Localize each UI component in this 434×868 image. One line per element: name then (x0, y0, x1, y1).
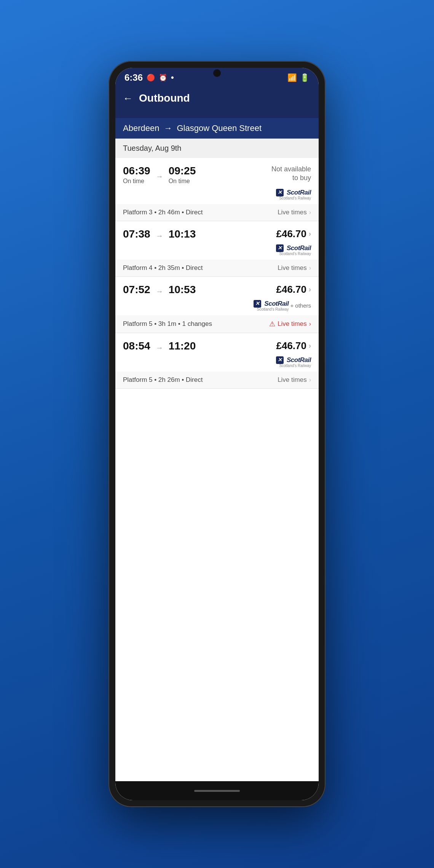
journey-arrow-1: → (156, 172, 163, 181)
scotrail-logo-svg-3: ✕ (253, 300, 263, 308)
svg-text:✕: ✕ (278, 189, 282, 195)
scotrail-badge-3: ✕ ScotRail Scotland's Railway (253, 300, 289, 311)
journey-arrow-3: → (156, 287, 163, 296)
journey-card[interactable]: 06:39 On time → 09:25 On time Not availa… (115, 158, 319, 221)
warning-triangle-icon: ⚠ (269, 320, 275, 328)
svg-text:✕: ✕ (255, 300, 260, 306)
scotrail-brand-4: ✕ ScotRail (276, 356, 311, 364)
price-chevron-2: › (309, 230, 311, 238)
scotrail-logo-svg-4: ✕ (276, 356, 286, 364)
others-label-3: + others (290, 302, 311, 309)
status-icon-1: 🔴 (147, 73, 155, 82)
journey-info-3: Platform 5 • 3h 1m • 1 changes (123, 320, 212, 328)
route-bar: Aberdeen → Glasgow Queen Street (115, 118, 319, 139)
depart-block-4: 08:54 (123, 340, 150, 352)
arrive-block-1: 09:25 On time (169, 165, 196, 185)
status-left: 6:36 🔴 ⏰ • (124, 72, 174, 83)
scotrail-badge-2: ✕ ScotRail Scotland's Railway (276, 244, 311, 256)
page-title: Outbound (139, 92, 190, 104)
journey-footer-2[interactable]: Platform 4 • 2h 35m • Direct Live times … (115, 260, 319, 276)
journey-arrow-4: → (156, 343, 163, 352)
scotrail-logo-svg-2: ✕ (276, 244, 286, 252)
journey-footer-3[interactable]: Platform 5 • 3h 1m • 1 changes ⚠ Live ti… (115, 315, 319, 333)
journey-list: 06:39 On time → 09:25 On time Not availa… (115, 158, 319, 781)
scotrail-name-4: ScotRail (287, 356, 311, 364)
journey-main-3: 07:52 → 10:53 £46.70 › (115, 277, 319, 300)
depart-block-3: 07:52 (123, 284, 150, 296)
live-times-label-3: Live times (278, 320, 307, 328)
price-value-2: £46.70 (276, 228, 306, 240)
scotrail-tagline-2: Scotland's Railway (279, 252, 311, 256)
journey-main-2: 07:38 → 10:13 £46.70 › (115, 221, 319, 244)
route-from: Aberdeen (123, 123, 159, 133)
operator-row-4: ✕ ScotRail Scotland's Railway (115, 356, 319, 372)
live-times-4[interactable]: Live times › (278, 376, 311, 384)
date-header: Tuesday, Aug 9th (115, 139, 319, 158)
phone-inner: 6:36 🔴 ⏰ • 📶 🔋 ← Outbound Aberdeen → Gla… (115, 68, 319, 800)
arrive-block-2: 10:13 (169, 228, 196, 240)
live-times-label-4: Live times (278, 376, 307, 384)
price-unavailable-1: Not availableto buy (271, 165, 311, 183)
svg-text:✕: ✕ (278, 245, 282, 251)
arrive-time-2: 10:13 (169, 228, 196, 240)
arrive-block-3: 10:53 (169, 284, 196, 296)
live-times-1[interactable]: Live times › (278, 209, 311, 216)
journey-main-4: 08:54 → 11:20 £46.70 › (115, 333, 319, 356)
journey-arrow-2: → (156, 231, 163, 240)
journey-info-4: Platform 5 • 2h 26m • Direct (123, 376, 203, 384)
scotrail-name-2: ScotRail (287, 244, 311, 252)
chevron-right-2: › (309, 265, 311, 271)
scotrail-name-1: ScotRail (287, 189, 311, 196)
live-times-2[interactable]: Live times › (278, 264, 311, 272)
scotrail-tagline-4: Scotland's Railway (279, 364, 311, 368)
live-times-label-1: Live times (278, 209, 307, 216)
journey-price-2: £46.70 › (276, 228, 311, 240)
operator-row-3: ✕ ScotRail Scotland's Railway + others (115, 300, 319, 315)
scotrail-badge-4: ✕ ScotRail Scotland's Railway (276, 356, 311, 368)
depart-time-3: 07:52 (123, 284, 150, 296)
journey-footer-4[interactable]: Platform 5 • 2h 26m • Direct Live times … (115, 372, 319, 388)
depart-block-1: 06:39 On time (123, 165, 150, 185)
journey-main-1: 06:39 On time → 09:25 On time Not availa… (115, 158, 319, 188)
arrive-time-1: 09:25 (169, 165, 196, 177)
live-times-label-2: Live times (278, 264, 307, 272)
chevron-right-3: › (309, 321, 311, 327)
scotrail-tagline-1: Scotland's Railway (279, 196, 311, 200)
journey-times-4: 08:54 → 11:20 (123, 340, 196, 352)
journey-card-4[interactable]: 08:54 → 11:20 £46.70 › (115, 333, 319, 389)
status-dot: • (171, 73, 174, 83)
scotrail-badge-1: ✕ ScotRail Scotland's Railway (276, 188, 311, 200)
app-header: ← Outbound (115, 86, 319, 118)
phone-shell: 6:36 🔴 ⏰ • 📶 🔋 ← Outbound Aberdeen → Gla… (108, 61, 326, 807)
price-value-3: £46.70 (276, 284, 306, 295)
journey-times-1: 06:39 On time → 09:25 On time (123, 165, 196, 185)
journey-card-3[interactable]: 07:52 → 10:53 £46.70 › (115, 277, 319, 333)
route-to: Glasgow Queen Street (177, 123, 262, 133)
scotrail-tagline-3: Scotland's Railway (257, 307, 289, 311)
journey-times-2: 07:38 → 10:13 (123, 228, 196, 240)
arrive-status-1: On time (169, 178, 196, 185)
arrive-time-3: 10:53 (169, 284, 196, 296)
home-indicator (194, 790, 240, 792)
journey-times-3: 07:52 → 10:53 (123, 284, 196, 296)
journey-footer-1[interactable]: Platform 3 • 2h 46m • Direct Live times … (115, 204, 319, 221)
back-button[interactable]: ← (123, 93, 133, 104)
scotrail-brand-2: ✕ ScotRail (276, 244, 311, 252)
live-times-warning-3[interactable]: ⚠ Live times › (269, 320, 311, 328)
scotrail-logo-svg-1: ✕ (276, 188, 286, 197)
depart-status-1: On time (123, 178, 150, 185)
operator-row-2: ✕ ScotRail Scotland's Railway (115, 244, 319, 260)
scotrail-name-3: ScotRail (264, 300, 289, 308)
arrive-block-4: 11:20 (169, 340, 196, 352)
journey-info-1: Platform 3 • 2h 46m • Direct (123, 209, 203, 216)
journey-card-2[interactable]: 07:38 → 10:13 £46.70 › (115, 221, 319, 277)
depart-time-4: 08:54 (123, 340, 150, 352)
status-right: 📶 🔋 (287, 73, 310, 82)
chevron-right-1: › (309, 209, 311, 216)
journey-price-4: £46.70 › (276, 340, 311, 352)
chevron-right-4: › (309, 377, 311, 383)
camera-notch (213, 69, 221, 77)
depart-block-2: 07:38 (123, 228, 150, 240)
operator-row-1: ✕ ScotRail Scotland's Railway (115, 188, 319, 204)
status-time: 6:36 (124, 72, 143, 83)
